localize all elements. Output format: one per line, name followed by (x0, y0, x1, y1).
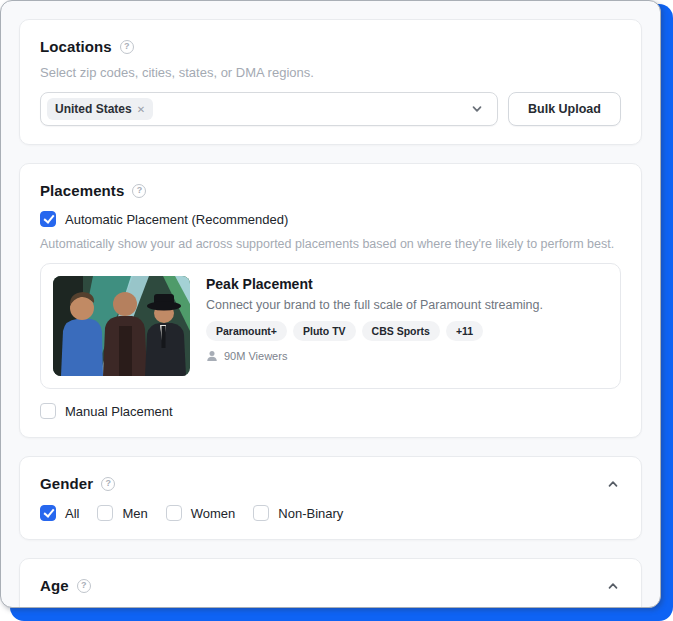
gender-options: All Men Women Non-Binary (40, 505, 621, 521)
placements-description: Automatically show your ad across suppor… (40, 237, 621, 251)
age-title: Age (40, 577, 69, 594)
age-section: Age ? (19, 558, 642, 608)
peak-placement-image (53, 276, 190, 376)
gender-non-binary-checkbox[interactable] (253, 505, 269, 521)
viewers-icon (206, 350, 218, 362)
collapse-gender-chevron-up-icon[interactable] (605, 476, 621, 492)
chip-more-count: +11 (446, 321, 483, 341)
viewers-count: 90M Viewers (224, 350, 287, 362)
targeting-panel: Locations ? Select zip codes, cities, st… (0, 0, 661, 608)
gender-option-men[interactable]: Men (97, 505, 147, 521)
automatic-placement-checkbox[interactable] (40, 211, 56, 227)
chip-cbs-sports: CBS Sports (362, 321, 440, 341)
automatic-placement-label: Automatic Placement (Recommended) (65, 212, 288, 227)
placements-title: Placements (40, 182, 124, 199)
locations-section: Locations ? Select zip codes, cities, st… (19, 19, 642, 145)
selected-location-label: United States (55, 102, 132, 116)
manual-placement-checkbox[interactable] (40, 403, 56, 419)
gender-all-checkbox[interactable] (40, 505, 56, 521)
peak-placement-description: Connect your brand to the full scale of … (206, 298, 543, 312)
chip-paramount-plus: Paramount+ (206, 321, 287, 341)
selected-location-chip: United States ✕ (47, 98, 153, 120)
page: Locations ? Select zip codes, cities, st… (0, 0, 673, 621)
automatic-placement-option[interactable]: Automatic Placement (Recommended) (40, 211, 621, 227)
gender-women-checkbox[interactable] (166, 505, 182, 521)
peak-placement-info: Peak Placement Connect your brand to the… (206, 276, 543, 376)
locations-subtitle: Select zip codes, cities, states, or DMA… (40, 65, 621, 80)
manual-placement-label: Manual Placement (65, 404, 173, 419)
gender-non-binary-label: Non-Binary (278, 506, 343, 521)
bulk-upload-button[interactable]: Bulk Upload (508, 92, 621, 126)
chevron-down-icon (469, 101, 485, 117)
gender-option-women[interactable]: Women (166, 505, 236, 521)
gender-men-label: Men (122, 506, 147, 521)
peak-placement-title: Peak Placement (206, 276, 543, 292)
gender-title: Gender (40, 475, 93, 492)
remove-location-icon[interactable]: ✕ (137, 104, 145, 115)
collapse-age-chevron-up-icon[interactable] (605, 578, 621, 594)
gender-option-non-binary[interactable]: Non-Binary (253, 505, 343, 521)
help-icon[interactable]: ? (120, 40, 134, 54)
peak-placement-card[interactable]: Peak Placement Connect your brand to the… (40, 263, 621, 389)
locations-select[interactable]: United States ✕ (40, 92, 498, 126)
locations-title: Locations (40, 38, 112, 55)
gender-section: Gender ? All Men Women (19, 456, 642, 540)
help-icon[interactable]: ? (77, 579, 91, 593)
peak-placement-chips: Paramount+ Pluto TV CBS Sports +11 (206, 321, 543, 341)
chip-pluto-tv: Pluto TV (293, 321, 356, 341)
gender-men-checkbox[interactable] (97, 505, 113, 521)
help-icon[interactable]: ? (101, 477, 115, 491)
gender-all-label: All (65, 506, 79, 521)
help-icon[interactable]: ? (132, 184, 146, 198)
placements-section: Placements ? Automatic Placement (Recomm… (19, 163, 642, 438)
gender-option-all[interactable]: All (40, 505, 79, 521)
manual-placement-option[interactable]: Manual Placement (40, 403, 621, 419)
gender-women-label: Women (191, 506, 236, 521)
